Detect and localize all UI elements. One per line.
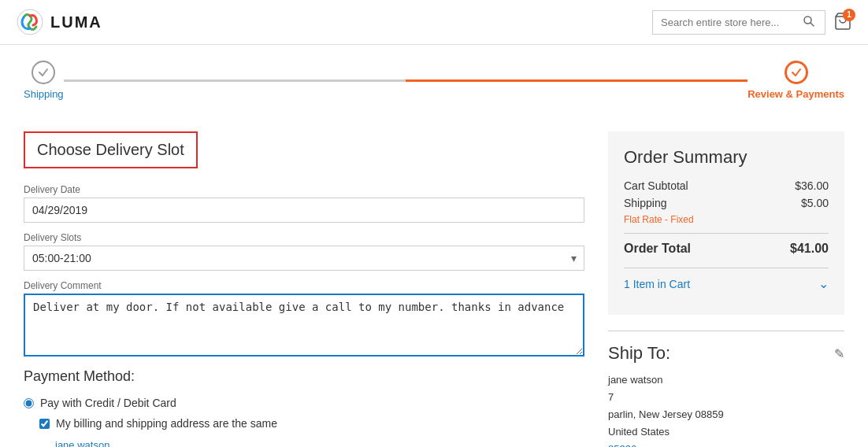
delivery-date-group: Delivery Date (24, 184, 584, 223)
item-cart-row[interactable]: 1 Item in Cart ⌄ (624, 268, 829, 299)
choose-delivery-title: Choose Delivery Slot (37, 141, 184, 159)
logo: LUMA (16, 8, 102, 36)
checkout-progress: Shipping Review & Payments (0, 45, 868, 116)
delivery-comment-textarea[interactable]: Deliver at my door. If not available giv… (24, 294, 584, 356)
item-cart-label: 1 Item in Cart (624, 278, 690, 290)
ship-country: United States (608, 423, 844, 441)
search-button[interactable] (803, 15, 815, 30)
credit-card-radio[interactable] (24, 398, 34, 408)
edit-icon[interactable]: ✎ (834, 346, 844, 361)
billing-name: jane watson (55, 438, 584, 447)
order-total-row: Order Total $41.00 (624, 242, 829, 256)
step-shipping-circle (32, 61, 55, 84)
order-total-value: $41.00 (790, 242, 829, 256)
step-shipping: Shipping (24, 61, 64, 100)
delivery-date-input[interactable] (24, 198, 584, 223)
billing-same-option: My billing and shipping address are the … (39, 417, 584, 430)
order-summary-title: Order Summary (624, 147, 829, 168)
billing-address: jane watson 7 parlin, New Jersey 08859 U… (55, 438, 584, 447)
payment-section: Payment Method: Pay with Credit / Debit … (24, 368, 584, 447)
step-review-label: Review & Payments (747, 88, 844, 100)
shipping-label: Shipping (624, 197, 667, 209)
cart-badge: 1 (843, 9, 855, 21)
right-column: Order Summary Cart Subtotal $36.00 Shipp… (608, 131, 844, 447)
delivery-slots-wrapper: 05:00-21:00 ▾ (24, 246, 584, 271)
search-box (652, 10, 825, 35)
cart-subtotal-value: $36.00 (795, 179, 829, 192)
cart-button[interactable]: 1 (833, 12, 852, 33)
ship-city: parlin, New Jersey 08859 (608, 406, 844, 423)
ship-address: jane watson 7 parlin, New Jersey 08859 U… (608, 371, 844, 447)
delivery-comment-label: Delivery Comment (24, 280, 584, 291)
cart-subtotal-row: Cart Subtotal $36.00 (624, 179, 829, 192)
step-line-2 (406, 79, 747, 82)
ship-to-header: Ship To: ✎ (608, 343, 844, 364)
shipping-row: Shipping $5.00 (624, 197, 829, 209)
search-input[interactable] (661, 17, 803, 28)
step-shipping-label: Shipping (24, 88, 64, 100)
summary-divider (624, 233, 829, 234)
delivery-slots-group: Delivery Slots 05:00-21:00 ▾ (24, 232, 584, 271)
choose-delivery-section: Choose Delivery Slot (24, 131, 198, 168)
logo-icon (16, 8, 44, 36)
ship-to-title: Ship To: (608, 343, 670, 364)
main-content: Choose Delivery Slot Delivery Date Deliv… (0, 116, 868, 447)
search-icon (803, 15, 815, 28)
order-summary: Order Summary Cart Subtotal $36.00 Shipp… (608, 131, 844, 315)
svg-line-2 (811, 23, 814, 26)
delivery-slots-select[interactable]: 05:00-21:00 (24, 246, 584, 271)
step-line-1 (64, 79, 406, 82)
order-total-label: Order Total (624, 242, 691, 256)
billing-same-checkbox[interactable] (39, 419, 50, 429)
step-review-circle (785, 61, 808, 84)
shipping-value: $5.00 (801, 197, 829, 209)
ship-to-section: Ship To: ✎ jane watson 7 parlin, New Jer… (608, 331, 844, 447)
payment-title: Payment Method: (24, 368, 584, 385)
delivery-slots-label: Delivery Slots (24, 232, 584, 243)
header: LUMA 1 (0, 0, 868, 45)
ship-name: jane watson (608, 371, 844, 389)
ship-zip-link[interactable]: 85236 (608, 441, 844, 447)
billing-same-label: My billing and shipping address are the … (56, 417, 277, 430)
shipping-method: Flat Rate - Fixed (624, 214, 829, 225)
checkmark-icon (38, 67, 49, 78)
checkmark-active-icon (791, 67, 802, 78)
delivery-date-label: Delivery Date (24, 184, 584, 195)
ship-number: 7 (608, 389, 844, 406)
left-column: Choose Delivery Slot Delivery Date Deliv… (24, 131, 584, 447)
logo-text: LUMA (50, 13, 102, 31)
step-review: Review & Payments (747, 61, 844, 100)
credit-card-label: Pay with Credit / Debit Card (40, 397, 176, 409)
credit-card-option: Pay with Credit / Debit Card (24, 397, 584, 409)
header-right: 1 (652, 10, 852, 35)
cart-subtotal-label: Cart Subtotal (624, 179, 688, 192)
delivery-comment-group: Delivery Comment Deliver at my door. If … (24, 280, 584, 359)
chevron-down-icon: ⌄ (818, 276, 829, 291)
